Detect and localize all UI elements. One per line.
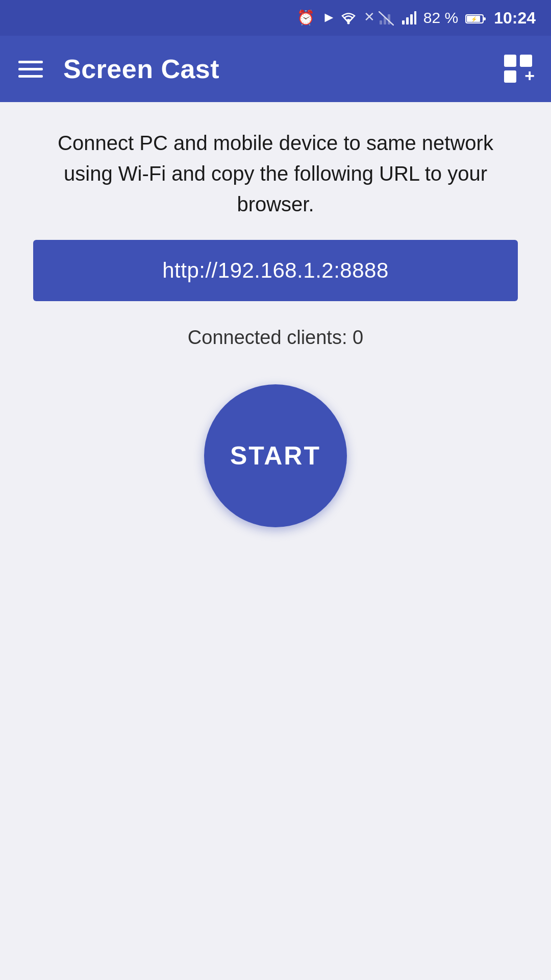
hamburger-line-3 [18,75,43,78]
svg-point-0 [347,21,349,24]
main-content: Connect PC and mobile device to same net… [0,102,551,548]
svg-text:⚡: ⚡ [471,16,478,22]
svg-rect-7 [410,14,413,24]
app-title: Screen Cast [63,54,219,84]
instruction-text: Connect PC and mobile device to same net… [31,128,520,219]
svg-rect-8 [414,11,416,24]
no-signal-icon: ✕ [364,10,394,25]
url-text: http://192.168.1.2:8888 [162,258,389,282]
add-screen-icon[interactable]: + [504,55,533,83]
status-bar: ⏰ ► ✕ [0,0,551,36]
grid-square-2 [520,55,532,67]
battery-icon: ⚡ [465,11,487,25]
start-button-label: START [230,441,321,471]
grid-square-3 [504,70,516,83]
status-icons: ⏰ ► ✕ [297,9,536,28]
plus-symbol: + [524,67,535,84]
url-box[interactable]: http://192.168.1.2:8888 [33,240,518,301]
svg-rect-5 [402,20,405,24]
battery-percent: 82 % [423,9,458,27]
hamburger-menu-icon[interactable] [18,61,43,78]
hamburger-line-1 [18,61,43,63]
alarm-icon: ⏰ [297,11,315,25]
hamburger-line-2 [18,68,43,70]
connected-clients-label: Connected clients: 0 [188,327,363,349]
signal-icon [401,10,416,26]
start-button[interactable]: START [204,384,347,527]
toolbar-left: Screen Cast [18,54,219,84]
wifi-icon: ► [322,10,357,26]
grid-square-1 [504,55,516,67]
svg-rect-11 [483,17,486,20]
status-time: 10:24 [494,9,536,28]
svg-rect-6 [406,17,409,24]
svg-rect-1 [380,20,382,24]
app-toolbar: Screen Cast + [0,36,551,102]
